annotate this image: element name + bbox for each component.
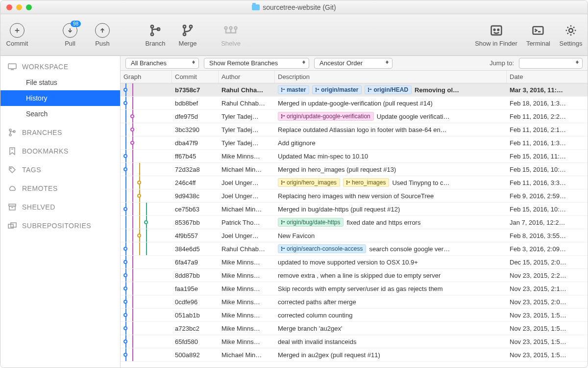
branch-filter-dropdown[interactable]: All Branches <box>125 58 199 69</box>
commit-row[interactable]: 4f9b557Joel Unger…New FaviconFeb 8, 2016… <box>121 229 588 242</box>
sidebar-item-history[interactable]: History <box>0 90 120 106</box>
commit-row[interactable]: ce75b63Michael Min…Merged in bug/date-ht… <box>121 203 588 216</box>
commit-description: Updated Mac min-spec to 10.10 <box>275 153 507 160</box>
sidebar-item-file-status[interactable]: File status <box>0 75 120 90</box>
commit-date: Feb 18, 2016, 1:3… <box>507 100 588 107</box>
merge-button[interactable]: Merge <box>176 23 199 47</box>
pull-button[interactable]: 98 Pull <box>58 23 82 47</box>
commit-date: Nov 23, 2015, 2:2… <box>507 272 588 279</box>
svg-point-8 <box>183 33 186 35</box>
commit-author: Rahul Chha… <box>219 86 275 94</box>
commit-hash: 3bc3290 <box>172 126 219 133</box>
tag-icon <box>7 166 17 174</box>
commit-hash: 9d9438c <box>172 192 219 200</box>
commit-hash: dba47f9 <box>172 139 219 147</box>
commit-hash: dfe975d <box>172 113 219 120</box>
branch-tag[interactable]: origin/update-google-verification <box>278 112 374 121</box>
folder-icon <box>252 4 260 10</box>
commit-author: Mike Minns… <box>219 153 275 160</box>
graph-cell <box>121 163 172 176</box>
commit-author: Rahul Chhab… <box>219 100 275 107</box>
commit-row[interactable]: dba47f9Tyler Tadej…Add gitignoreFeb 11, … <box>121 136 588 150</box>
sidebar-section-shelved[interactable]: SHELVED <box>0 196 120 215</box>
svg-point-10 <box>225 26 227 29</box>
commit-row[interactable]: b7358c7Rahul Chha…masterorigin/masterori… <box>121 83 588 97</box>
sidebar-section-subrepos[interactable]: SUBREPOSITORIES <box>0 215 120 234</box>
sidebar-section-branches[interactable]: BRANCHES <box>0 122 120 140</box>
commit-description: corrected paths after merge <box>275 298 507 306</box>
col-header-author[interactable]: Author <box>219 71 275 83</box>
graph-cell <box>121 150 172 162</box>
jump-to-dropdown[interactable] <box>519 58 583 69</box>
col-header-date[interactable]: Date <box>507 71 588 83</box>
sidebar-section-remotes[interactable]: REMOTES <box>0 178 120 196</box>
sidebar-item-search[interactable]: Search <box>0 106 120 122</box>
commit-row[interactable]: 65fd580Mike Minns…deal with invalid inst… <box>121 335 588 348</box>
commit-row[interactable]: 8dd87bbMike Minns…remove extra , when a … <box>121 269 588 282</box>
svg-point-14 <box>493 29 495 30</box>
commit-description: Replacing hero images with new version o… <box>275 192 507 200</box>
branch-tag[interactable]: hero_images <box>343 178 389 187</box>
svg-point-9 <box>190 25 192 27</box>
commit-row[interactable]: 9d9438cJoel Unger…Replacing hero images … <box>121 189 588 203</box>
terminal-button[interactable]: Terminal <box>526 23 550 47</box>
branch-tag[interactable]: master <box>278 85 309 94</box>
pull-icon: 98 <box>63 23 77 38</box>
graph-cell <box>121 242 172 255</box>
sidebar-section-workspace[interactable]: WORKSPACE <box>0 56 120 75</box>
commit-message: search console google ver… <box>369 245 450 253</box>
commit-button[interactable]: Commit <box>5 23 29 47</box>
commit-icon <box>10 23 24 38</box>
commit-row[interactable]: dfe975dTyler Tadej…origin/update-google-… <box>121 110 588 123</box>
commit-message: Used Tinypng to c… <box>392 179 449 186</box>
jump-to-label: Jump to: <box>490 59 514 67</box>
branch-tag[interactable]: origin/search-console-access <box>278 244 366 253</box>
commit-row[interactable]: 6fa47a9Mike Minns…updated to move suppor… <box>121 256 588 269</box>
remote-filter-dropdown[interactable]: Show Remote Branches <box>204 58 309 69</box>
order-dropdown[interactable]: Ancestor Order <box>314 58 392 69</box>
branch-tag[interactable]: origin/hero_images <box>278 178 340 187</box>
minimize-window-button[interactable] <box>16 4 22 10</box>
branch-button[interactable]: Branch <box>144 23 167 47</box>
commit-row[interactable]: faa195eMike Minns…Skip records with empt… <box>121 282 588 295</box>
commit-hash: 6fa47a9 <box>172 259 219 266</box>
close-window-button[interactable] <box>6 4 12 10</box>
graph-cell <box>121 229 172 242</box>
sidebar-section-tags[interactable]: TAGS <box>0 159 120 178</box>
commit-date: Feb 11, 2016, 1:3… <box>507 139 588 147</box>
commit-row[interactable]: 246c4ffJoel Unger…origin/hero_imageshero… <box>121 176 588 189</box>
svg-point-21 <box>9 129 11 131</box>
commit-description: New Favicon <box>275 232 507 239</box>
commit-message: Merged in hero_images (pull request #13) <box>278 166 396 173</box>
commit-description: Skip records with empty server/user id a… <box>275 285 507 292</box>
svg-point-22 <box>9 134 11 136</box>
commit-row[interactable]: 0cdfe96Mike Minns…corrected paths after … <box>121 295 588 309</box>
push-button[interactable]: Push <box>91 23 114 47</box>
commit-list[interactable]: b7358c7Rahul Chha…masterorigin/masterori… <box>121 83 588 368</box>
commit-row[interactable]: 85367bbPatrick Tho…origin/bug/date-https… <box>121 216 588 229</box>
commit-row[interactable]: 500a892Michael Min…Merged in au2gex (pul… <box>121 348 588 362</box>
svg-point-4 <box>151 25 153 27</box>
commit-row[interactable]: a723bc2Mike Minns…Merge branch 'au2gex'N… <box>121 322 588 335</box>
commit-row[interactable]: bdb8befRahul Chhab…Merged in update-goog… <box>121 97 588 110</box>
commit-row[interactable]: 3bc3290Tyler Tadej…Replace outdated Atla… <box>121 123 588 136</box>
show-in-finder-button[interactable]: Show in Finder <box>475 23 517 47</box>
zoom-window-button[interactable] <box>26 4 32 10</box>
sidebar-section-bookmarks[interactable]: BOOKMARKS <box>0 140 120 159</box>
commit-author: Joel Unger… <box>219 232 275 239</box>
graph-cell <box>121 282 172 295</box>
push-label: Push <box>95 40 110 47</box>
sidebar-remotes-label: REMOTES <box>22 184 58 192</box>
col-header-graph[interactable]: Graph <box>121 71 172 83</box>
commit-row[interactable]: 384e6d5Rahul Chhab…origin/search-console… <box>121 242 588 256</box>
commit-row[interactable]: 051ab1bMike Minns… corrected column coun… <box>121 309 588 322</box>
branch-tag[interactable]: origin/master <box>312 85 362 94</box>
commit-row[interactable]: 72d32a8Michael Min…Merged in hero_images… <box>121 163 588 176</box>
branch-tag[interactable]: origin/HEAD <box>365 85 412 94</box>
branch-tag[interactable]: origin/bug/date-https <box>278 218 343 227</box>
col-header-commit[interactable]: Commit <box>172 71 219 83</box>
commit-row[interactable]: ff67b45Mike Minns…Updated Mac min-spec t… <box>121 150 588 163</box>
col-header-description[interactable]: Description <box>275 71 507 83</box>
settings-button[interactable]: Settings <box>559 23 583 47</box>
shelve-button[interactable]: Shelve <box>219 23 243 47</box>
